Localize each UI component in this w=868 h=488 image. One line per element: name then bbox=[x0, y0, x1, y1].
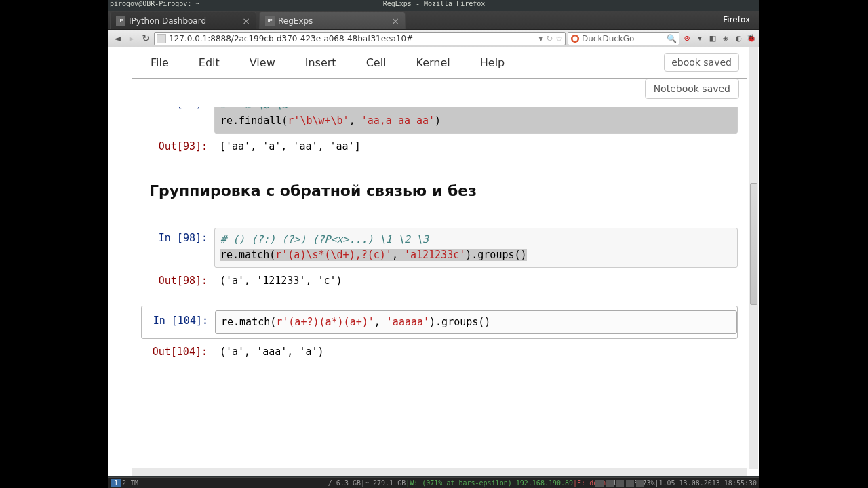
browser-navbar: ◄ ▸ ↻ 127.0.0.1:8888/2ac199cb-d370-423e-… bbox=[108, 30, 760, 47]
noscript-icon[interactable]: ⊘ bbox=[682, 33, 692, 44]
in-prompt: In [104]: bbox=[142, 310, 215, 334]
tab-dashboard[interactable]: IP IPython Dashboard × bbox=[110, 12, 256, 29]
horizontal-scrollbar[interactable] bbox=[132, 468, 747, 476]
forward-button[interactable]: ▸ bbox=[125, 33, 138, 45]
vertical-scrollbar[interactable] bbox=[749, 47, 758, 469]
addon-icon[interactable]: ◈ bbox=[720, 33, 731, 44]
cell-output: ('a', '121233', 'c') bbox=[214, 270, 738, 291]
tab-label: IPython Dashboard bbox=[129, 16, 206, 26]
url-input[interactable]: 127.0.0.1:8888/2ac199cb-d370-423e-a068-4… bbox=[154, 32, 566, 45]
notification-saved: Notebook saved bbox=[645, 79, 739, 99]
workspace[interactable]: 2 bbox=[122, 479, 126, 487]
page-content: File Edit View Insert Cell Kernel Help e… bbox=[108, 47, 760, 476]
duckduckgo-icon bbox=[570, 34, 580, 43]
page-icon bbox=[157, 34, 166, 43]
heading-cell[interactable]: Группировка с обратной связью и без bbox=[141, 173, 738, 205]
notification-saved: ebook saved bbox=[664, 53, 739, 72]
close-icon[interactable]: × bbox=[391, 16, 399, 26]
addon-icon[interactable]: ◐ bbox=[733, 33, 744, 44]
ipy-icon: IP bbox=[265, 16, 275, 26]
tray-icon[interactable] bbox=[606, 480, 614, 487]
back-button[interactable]: ◄ bbox=[111, 33, 123, 45]
chevron-down-icon[interactable]: ▼ bbox=[538, 35, 543, 42]
in-prompt: In [98]: bbox=[141, 228, 214, 268]
notebook-menubar: File Edit View Insert Cell Kernel Help e… bbox=[132, 47, 747, 79]
tray-icon[interactable] bbox=[626, 480, 634, 487]
tray-icon[interactable] bbox=[636, 480, 644, 487]
workspace-active[interactable]: 1 bbox=[111, 479, 121, 487]
code-input[interactable]: # ^ $ \b \B re.findall(r'\b\w+\b', 'aa,a… bbox=[214, 107, 738, 134]
menu-file[interactable]: File bbox=[151, 56, 169, 69]
firebug-icon[interactable]: 🐞 bbox=[746, 33, 757, 44]
menu-view[interactable]: View bbox=[250, 56, 275, 69]
menu-kernel[interactable]: Kernel bbox=[416, 56, 450, 69]
input-mode: IM bbox=[130, 479, 138, 487]
window-titlebar: pirogov@OBR-Pirogov: ~ RegExps - Mozilla… bbox=[108, 0, 760, 11]
cell-output: ['aa', 'a', 'aa', 'aa'] bbox=[214, 136, 738, 157]
svg-point-1 bbox=[573, 36, 578, 41]
tab-regexps[interactable]: IP RegExps × bbox=[259, 12, 406, 29]
out-prompt: Out[93]: bbox=[141, 136, 214, 157]
wifi-status: |W: (071% at bars-epsilon) 192.168.190.8… bbox=[406, 479, 573, 487]
refresh-icon[interactable]: ↻ bbox=[546, 34, 553, 43]
chevron-down-icon[interactable]: ▾ bbox=[694, 33, 705, 44]
tray-icon[interactable] bbox=[616, 480, 624, 487]
browser-tabbar: IP IPython Dashboard × IP RegExps × Fire… bbox=[108, 11, 760, 30]
wm-statusbar: 1 2 IM / 6.3 GB|~ 279.1 GB |W: (071% at … bbox=[108, 477, 760, 488]
app-label: Firefox bbox=[713, 10, 760, 29]
code-input[interactable]: # () (?:) (?>) (?P<x>...) \1 \2 \3 re.ma… bbox=[214, 228, 738, 268]
search-icon[interactable]: 🔍 bbox=[667, 34, 677, 43]
notebook-cells: In [93]: # ^ $ \b \B re.findall(r'\b\w+\… bbox=[132, 107, 747, 469]
addon-icon[interactable]: ◧ bbox=[707, 33, 718, 44]
datetime: |13.08.2013 18:55:30 bbox=[675, 479, 757, 487]
code-input[interactable]: re.match(r'(a+?)(a*)(a+)', 'aaaaa').grou… bbox=[215, 310, 737, 334]
window-title: RegExps - Mozilla Firefox bbox=[383, 0, 486, 7]
disk-usage: / 6.3 GB|~ 279.1 GB bbox=[328, 479, 406, 487]
in-prompt: In [93]: bbox=[141, 107, 214, 134]
reload-button[interactable]: ↻ bbox=[140, 33, 152, 45]
menu-edit[interactable]: Edit bbox=[199, 56, 220, 69]
tab-label: RegExps bbox=[278, 16, 313, 26]
tray-icon[interactable] bbox=[595, 480, 604, 487]
ipy-icon: IP bbox=[116, 16, 125, 26]
close-icon[interactable]: × bbox=[242, 16, 250, 26]
terminal-prompt: pirogov@OBR-Pirogov: ~ bbox=[108, 0, 199, 11]
menu-help[interactable]: Help bbox=[480, 56, 505, 69]
out-prompt: Out[98]: bbox=[141, 270, 214, 291]
search-input[interactable]: DuckDuckGo 🔍 bbox=[568, 32, 679, 45]
cell-output: ('a', 'aaa', 'a') bbox=[214, 342, 738, 363]
out-prompt: Out[104]: bbox=[141, 342, 214, 363]
menu-insert[interactable]: Insert bbox=[305, 56, 336, 69]
bookmark-icon[interactable]: ☆ bbox=[555, 34, 563, 43]
menu-cell[interactable]: Cell bbox=[366, 56, 387, 69]
tray-icons bbox=[595, 480, 644, 487]
scrollbar-thumb[interactable] bbox=[750, 183, 757, 305]
